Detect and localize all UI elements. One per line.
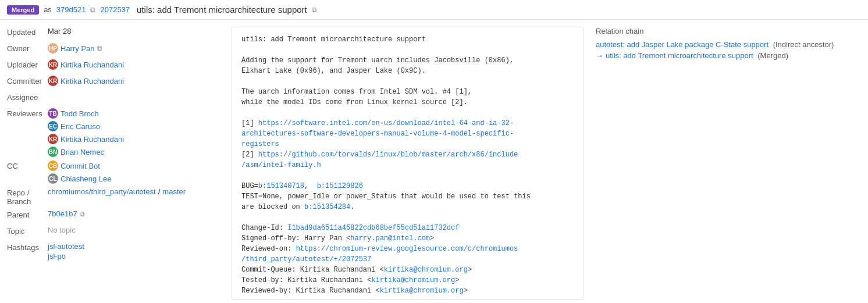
repo-branch-label: Repo / Branch <box>7 187 48 206</box>
owner-avatar: HP <box>48 43 58 54</box>
cq-email[interactable]: kirtika@chromium.org <box>384 266 468 274</box>
branch-link[interactable]: master <box>162 187 186 196</box>
owner-row: Owner HP Harry Pan ⧉ <box>7 43 220 56</box>
commit1-link[interactable]: 379d521 <box>56 5 86 14</box>
bug1-link[interactable]: b:151340718 <box>258 182 304 190</box>
updated-row: Updated Mar 28 <box>7 27 220 40</box>
reviewer-link-3[interactable]: Brian Nemec <box>61 148 104 156</box>
copy-icon-1[interactable]: ⧉ <box>90 6 95 14</box>
reviewer-avatar-3: BN <box>48 147 58 157</box>
branch-sep: / <box>158 187 161 196</box>
cc-avatar-0: CB <box>48 161 58 171</box>
relation-tag-1: (Merged) <box>756 51 788 60</box>
reviewer-row-3: BN Brian Nemec <box>48 147 124 157</box>
owner-link[interactable]: Harry Pan <box>61 44 95 53</box>
commit-reviewed-by: Reviewed-by: Kirtika Ruchandani <kirtika… <box>241 286 574 296</box>
right-panel: Relation chain autotest: add Jasper Lake… <box>589 24 868 302</box>
reviewer-avatar-1: EC <box>48 121 58 131</box>
parent-link[interactable]: 7b0e1b7 <box>48 209 77 218</box>
commit-signed-off: Signed-off-by: Harry Pan <harry.pan@inte… <box>241 233 574 244</box>
uploader-avatar: KR <box>48 59 58 70</box>
committer-row: Committer KR Kirtika Ruchandani <box>7 76 220 88</box>
commit-test: TEST=None, power_Idle or power_Status th… <box>241 191 574 212</box>
hashtags-list: jsl-autotest jsl-po <box>48 242 84 261</box>
updated-value: Mar 28 <box>48 27 71 35</box>
parent-label: Parent <box>7 209 48 219</box>
reviewed-on-link[interactable]: https://chromium-review.googlesource.com… <box>241 245 518 263</box>
bug3-link[interactable]: b:151354284 <box>304 203 350 211</box>
cc-row-1: CL Chiasheng Lee <box>48 173 111 184</box>
relation-tag-0: (Indirect ancestor) <box>771 40 834 49</box>
cc-avatar-1: CL <box>48 173 58 184</box>
reviewer-avatar-2: KR <box>48 134 58 144</box>
repo-branch-row: Repo / Branch chromiumos/third_party/aut… <box>7 187 220 206</box>
reviewer-row-0: TB Todd Broch <box>48 108 124 119</box>
change-id-link[interactable]: I1bad9da6511a45822cdb68bef55cd51a11732dc… <box>287 224 459 232</box>
reviewers-list: TB Todd Broch EC Eric Caruso KR Kirtika … <box>48 108 124 157</box>
hashtags-row: Hashtags jsl-autotest jsl-po <box>7 242 220 261</box>
owner-label: Owner <box>7 43 48 53</box>
hashtag-link-1[interactable]: jsl-po <box>48 252 84 261</box>
owner-value: HP Harry Pan ⧉ <box>48 43 102 54</box>
commit-body-2: The uarch information comes from Intel S… <box>241 87 574 108</box>
uploader-link[interactable]: Kirtika Ruchandani <box>61 60 124 69</box>
relation-link-1[interactable]: utils: add Tremont microarchitecture sup… <box>606 51 753 60</box>
commit-body-1: Adding the support for Tremont uarch inc… <box>241 55 574 76</box>
commit-message-box: utils: add Tremont microarchitecture sup… <box>232 27 584 300</box>
ref2-link[interactable]: https://github.com/torvalds/linux/blob/m… <box>241 151 518 169</box>
reviewer-row-1: EC Eric Caruso <box>48 121 124 131</box>
cc-link-0[interactable]: Commit Bot <box>61 162 100 170</box>
repo-link[interactable]: chromiumos/third_party/autotest <box>48 187 156 196</box>
merged-badge: Merged <box>7 5 39 15</box>
parent-value: 7b0e1b7 ⧉ <box>48 209 85 218</box>
relation-chain-title: Relation chain <box>596 27 861 35</box>
cc-row: CC CB Commit Bot CL Chiasheng Lee <box>7 161 220 184</box>
relation-item-1: → utils: add Tremont microarchitecture s… <box>596 51 861 60</box>
cc-list: CB Commit Bot CL Chiasheng Lee <box>48 161 111 184</box>
commit-bug: BUG=b:151340718, b:151129826 <box>241 181 574 191</box>
parent-copy-icon[interactable]: ⧉ <box>80 210 85 218</box>
commit-tested-by: Tested-by: Kirtika Ruchandani <kirtika@c… <box>241 275 574 286</box>
commit-subject: utils: add Tremont microarchitecture sup… <box>241 34 574 45</box>
committer-label: Committer <box>7 76 48 85</box>
reviewer-link-1[interactable]: Eric Caruso <box>61 122 100 131</box>
reviewers-row: Reviewers TB Todd Broch EC Eric Caruso K… <box>7 108 220 157</box>
updated-label: Updated <box>7 27 48 37</box>
topic-value: No topic <box>48 226 76 234</box>
committer-avatar: KR <box>48 76 58 86</box>
signed-off-email[interactable]: harry.pan@intel.com <box>350 234 430 243</box>
bug2-link[interactable]: b:151129826 <box>317 182 363 190</box>
commit-reviewed-on: Reviewed-on: https://chromium-review.goo… <box>241 244 574 265</box>
owner-copy-icon[interactable]: ⧉ <box>97 44 102 52</box>
cc-link-1[interactable]: Chiasheng Lee <box>61 174 111 183</box>
committer-link[interactable]: Kirtika Ruchandani <box>61 77 124 85</box>
assignee-label: Assignee <box>7 92 48 102</box>
reviewed-email[interactable]: kirtika@chromium.org <box>380 287 464 295</box>
uploader-value: KR Kirtika Ruchandani <box>48 59 124 70</box>
left-panel: Updated Mar 28 Owner HP Harry Pan ⧉ Uplo… <box>0 24 227 302</box>
tested-email[interactable]: kirtika@chromium.org <box>371 276 455 284</box>
committer-value: KR Kirtika Ruchandani <box>48 76 124 86</box>
copy-title-icon[interactable]: ⧉ <box>312 6 317 14</box>
commit2-link[interactable]: 2072537 <box>100 5 130 14</box>
repo-branch-value: chromiumos/third_party/autotest / master <box>48 187 186 196</box>
hashtags-label: Hashtags <box>7 242 48 252</box>
ref1-link[interactable]: https://software.intel.com/en-us/downloa… <box>241 119 514 148</box>
topic-label: Topic <box>7 226 48 236</box>
topic-row: Topic No topic <box>7 226 220 238</box>
hashtag-link-0[interactable]: jsl-autotest <box>48 242 84 251</box>
reviewer-link-0[interactable]: Todd Broch <box>61 109 99 118</box>
commit-ref-2: [2] https://github.com/torvalds/linux/bl… <box>241 149 574 170</box>
reviewer-row-2: KR Kirtika Ruchandani <box>48 134 124 144</box>
page-title: utils: add Tremont microarchitecture sup… <box>137 5 307 15</box>
uploader-row: Uploader KR Kirtika Ruchandani <box>7 59 220 72</box>
commit-change-id: Change-Id: I1bad9da6511a45822cdb68bef55c… <box>241 223 574 233</box>
reviewers-label: Reviewers <box>7 108 48 118</box>
uploader-label: Uploader <box>7 59 48 69</box>
top-bar: Merged as 379d521 ⧉ 2072537 utils: add T… <box>0 0 868 20</box>
center-panel: utils: add Tremont microarchitecture sup… <box>227 24 589 302</box>
relation-arrow-1: → <box>596 51 603 60</box>
relation-link-0[interactable]: autotest: add Jasper Lake package C-Stat… <box>596 40 769 49</box>
reviewer-link-2[interactable]: Kirtika Ruchandani <box>61 135 124 144</box>
main-content: Updated Mar 28 Owner HP Harry Pan ⧉ Uplo… <box>0 20 868 303</box>
